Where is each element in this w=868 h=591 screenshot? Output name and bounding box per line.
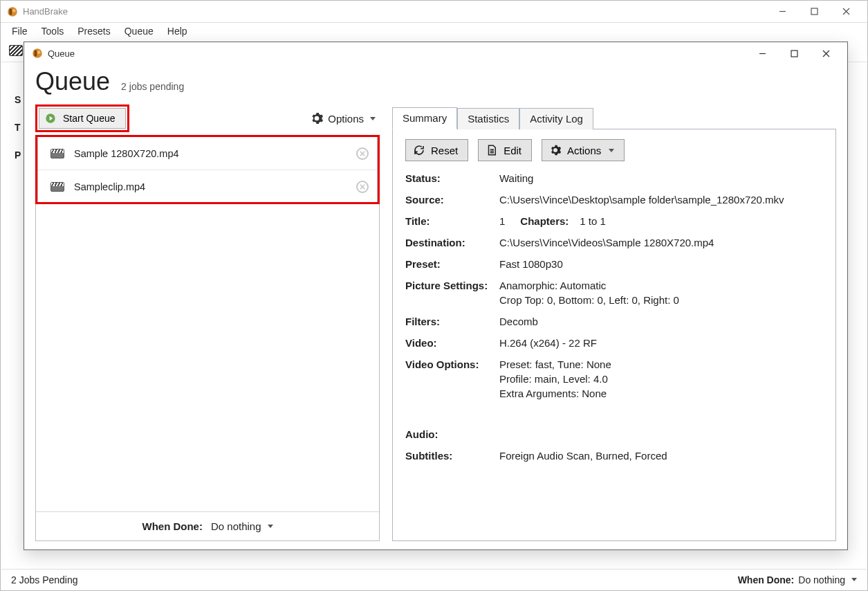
- main-title: HandBrake: [23, 6, 68, 17]
- summary-picture-label: Picture Settings:: [405, 278, 495, 307]
- svg-rect-4: [811, 8, 818, 15]
- main-maximize-button[interactable]: [798, 1, 830, 22]
- queue-list-highlight: Sample 1280X720.mp4 Sampleclip.mp4: [35, 135, 380, 204]
- summary-filters: Decomb: [499, 314, 823, 329]
- menu-tools[interactable]: Tools: [35, 24, 71, 38]
- svg-rect-8: [35, 51, 37, 57]
- options-label: Options: [328, 113, 364, 125]
- summary-subtitles-label: Subtitles:: [405, 448, 495, 463]
- menu-help[interactable]: Help: [160, 24, 194, 38]
- summary-videoopts-1: Preset: fast, Tune: None: [499, 357, 823, 372]
- play-icon: [45, 113, 56, 124]
- summary-videoopts-3: Extra Arguments: None: [499, 386, 823, 401]
- summary-destination: C:\Users\Vince\Videos\Sample 1280X720.mp…: [499, 235, 823, 250]
- caret-down-icon: [609, 149, 614, 152]
- status-when-done-label: When Done:: [738, 574, 795, 585]
- menu-queue[interactable]: Queue: [118, 24, 160, 38]
- summary-panel: Reset Edit Actions Status:: [392, 129, 836, 541]
- queue-minimize-button[interactable]: [746, 43, 778, 64]
- caret-down-icon: [370, 117, 376, 120]
- svg-point-7: [33, 48, 42, 58]
- options-button[interactable]: Options: [306, 109, 380, 128]
- summary-picture: Anamorphic: Automatic Crop Top: 0, Botto…: [499, 278, 823, 307]
- reset-button[interactable]: Reset: [405, 139, 468, 161]
- start-queue-highlight: Start Queue: [35, 104, 129, 132]
- svg-point-0: [8, 7, 17, 17]
- queue-left-column: Start Queue Options Sample 1280X7: [35, 106, 380, 541]
- summary-status-label: Status:: [405, 171, 495, 185]
- summary-source: C:\Users\Vince\Desktop\sample folder\sam…: [499, 192, 823, 207]
- tab-activity-log[interactable]: Activity Log: [519, 108, 593, 129]
- summary-title-value: 1: [499, 214, 505, 228]
- main-close-button[interactable]: [830, 1, 862, 22]
- queue-title: Queue: [48, 48, 75, 59]
- close-icon: [360, 151, 365, 156]
- summary-info: Status: Waiting Source: C:\Users\Vince\D…: [405, 171, 823, 463]
- svg-point-9: [37, 51, 41, 54]
- svg-point-2: [12, 9, 16, 12]
- queue-item[interactable]: Sampleclip.mp4: [38, 170, 377, 203]
- summary-title-row: 1 Chapters: 1 to 1: [499, 214, 823, 228]
- status-when-done[interactable]: When Done: Do nothing: [738, 574, 857, 585]
- main-menu: File Tools Presets Queue Help: [1, 23, 867, 39]
- gear-icon: [310, 111, 324, 125]
- svg-rect-11: [791, 51, 797, 57]
- start-queue-label: Start Queue: [63, 113, 116, 124]
- summary-videoopts-2: Profile: main, Level: 4.0: [499, 372, 823, 386]
- edit-button[interactable]: Edit: [478, 139, 532, 161]
- handbrake-icon: [6, 6, 19, 18]
- queue-item-label: Sample 1280X720.mp4: [74, 148, 356, 159]
- remove-queue-item-button[interactable]: [356, 147, 369, 160]
- queue-subtitle: 2 jobs pending: [121, 81, 184, 92]
- when-done-label: When Done:: [142, 520, 203, 532]
- queue-list-body: When Done: Do nothing: [35, 204, 380, 541]
- queue-close-button[interactable]: [810, 43, 842, 64]
- refresh-icon: [413, 144, 425, 156]
- reset-label: Reset: [431, 145, 458, 156]
- summary-video-label: Video:: [405, 336, 495, 350]
- summary-audio-label: Audio:: [405, 427, 495, 442]
- summary-preset: Fast 1080p30: [499, 257, 823, 271]
- actions-label: Actions: [567, 145, 601, 156]
- clapperboard-icon: [9, 45, 23, 56]
- side-label-0: S: [15, 94, 21, 105]
- tab-statistics[interactable]: Statistics: [457, 108, 519, 129]
- caret-down-icon: [851, 578, 857, 581]
- start-queue-button[interactable]: Start Queue: [39, 108, 126, 129]
- summary-picture-1: Anamorphic: Automatic: [499, 278, 823, 293]
- queue-maximize-button[interactable]: [778, 43, 810, 64]
- summary-destination-label: Destination:: [405, 235, 495, 250]
- summary-chapters-value: 1 to 1: [580, 214, 606, 228]
- when-done-value: Do nothing: [211, 520, 261, 532]
- summary-tabs: Summary Statistics Activity Log: [392, 106, 836, 129]
- menu-file[interactable]: File: [5, 24, 35, 38]
- main-minimize-button[interactable]: [766, 1, 798, 22]
- menu-presets[interactable]: Presets: [71, 24, 117, 38]
- caret-down-icon: [268, 525, 273, 528]
- queue-item[interactable]: Sample 1280X720.mp4: [38, 137, 377, 170]
- queue-heading: Queue: [35, 67, 110, 96]
- actions-button[interactable]: Actions: [542, 139, 625, 161]
- summary-filters-label: Filters:: [405, 314, 495, 329]
- queue-titlebar: Queue: [24, 42, 847, 64]
- main-titlebar: HandBrake: [1, 1, 867, 23]
- summary-source-label: Source:: [405, 192, 495, 207]
- remove-queue-item-button[interactable]: [356, 181, 369, 193]
- summary-videoopts-label: Video Options:: [405, 357, 495, 401]
- tab-summary[interactable]: Summary: [392, 107, 457, 129]
- queue-window: Queue Queue 2 jobs pending Start Queue: [24, 42, 848, 550]
- when-done-dropdown[interactable]: Do nothing: [211, 520, 273, 532]
- handbrake-icon: [31, 47, 44, 60]
- main-side-labels: S T P: [15, 94, 21, 161]
- summary-chapters-label: Chapters:: [520, 214, 569, 228]
- queue-when-done: When Done: Do nothing: [36, 511, 379, 540]
- gear-icon: [549, 144, 562, 156]
- side-label-1: T: [15, 122, 21, 133]
- clapperboard-icon: [50, 149, 64, 158]
- edit-label: Edit: [504, 145, 521, 156]
- summary-status: Waiting: [499, 171, 823, 185]
- summary-video: H.264 (x264) - 22 RF: [499, 336, 823, 350]
- queue-item-label: Sampleclip.mp4: [74, 181, 356, 192]
- queue-right-column: Summary Statistics Activity Log Reset Ed…: [392, 106, 836, 541]
- status-jobs-pending: 2 Jobs Pending: [11, 574, 78, 585]
